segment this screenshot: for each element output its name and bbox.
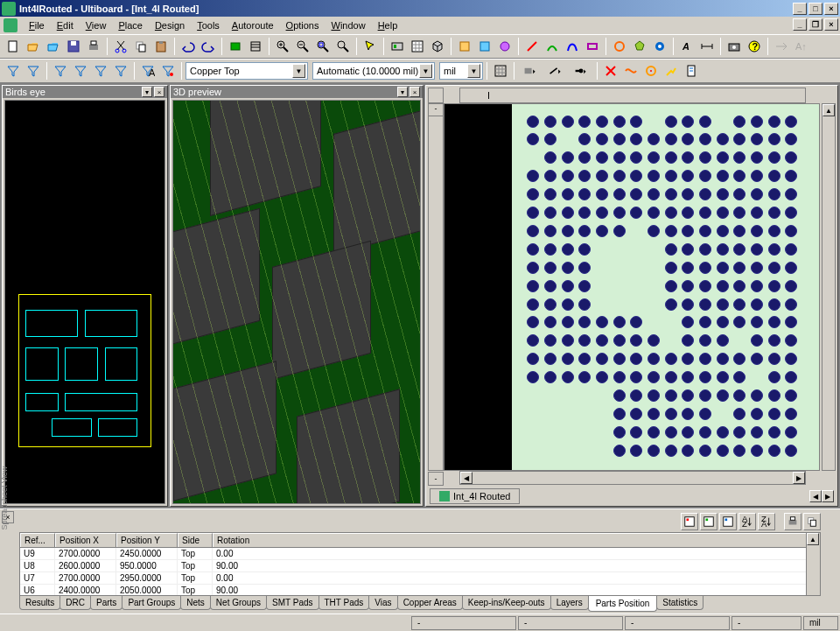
filter-5-button[interactable] — [91, 61, 110, 81]
save-button[interactable] — [64, 37, 83, 56]
style-line-button[interactable] — [543, 61, 568, 81]
table-row[interactable]: U92700.00002450.0000Top0.00 — [20, 548, 820, 560]
spreadsheet-tab[interactable]: Keep-ins/Keep-outs — [462, 596, 551, 610]
filter-2-button[interactable] — [24, 61, 43, 81]
density-button[interactable] — [641, 61, 661, 81]
spreadsheet-tab[interactable]: Nets — [180, 596, 211, 610]
rect-button[interactable] — [583, 37, 602, 56]
open-button[interactable] — [24, 37, 43, 56]
bezier-button[interactable] — [563, 37, 582, 56]
zoom-out-button[interactable] — [293, 37, 312, 56]
ruler-vertical[interactable]: - — [428, 103, 444, 471]
print-button[interactable] — [84, 37, 103, 56]
open-sample-button[interactable] — [44, 37, 63, 56]
copy-button[interactable] — [131, 37, 150, 56]
col-ref[interactable]: Ref... — [20, 533, 55, 547]
sort-desc-button[interactable]: ZA — [758, 513, 775, 530]
spreadsheet-tab[interactable]: Part Groups — [122, 596, 181, 610]
xfer-button[interactable] — [772, 37, 791, 56]
mdi-restore-button[interactable]: ❐ — [808, 18, 822, 31]
tool-c-button[interactable] — [495, 37, 514, 56]
circle-button[interactable] — [610, 37, 629, 56]
spreadsheet-tab[interactable]: SMT Pads — [266, 596, 319, 610]
spreadsheet-tab[interactable]: Layers — [550, 596, 589, 610]
filter-8-button[interactable] — [158, 61, 178, 81]
filter-1-button[interactable] — [4, 61, 23, 81]
style-end-button[interactable] — [569, 61, 593, 81]
menu-autoroute[interactable]: Autoroute — [226, 18, 280, 32]
style-fill-button[interactable] — [518, 61, 542, 81]
grid-toggle-button[interactable] — [491, 61, 510, 81]
spreadsheet-tab[interactable]: DRC — [60, 596, 91, 610]
sheet-btn-3[interactable] — [719, 513, 737, 530]
scroll-left-button[interactable]: ◀ — [460, 472, 472, 484]
maximize-button[interactable]: □ — [808, 3, 822, 15]
filter-7-button[interactable]: A — [138, 61, 158, 81]
tab-prev-button[interactable]: ◀ — [809, 490, 822, 502]
cut-button[interactable] — [111, 37, 130, 56]
menu-options[interactable]: Options — [280, 18, 326, 32]
select-button[interactable] — [360, 37, 380, 56]
design-canvas[interactable] — [444, 103, 820, 471]
arc-button[interactable] — [542, 37, 562, 56]
zoom-fit-button[interactable] — [333, 37, 353, 56]
grid-scroll-up[interactable]: ▲ — [807, 533, 819, 545]
tab-next-button[interactable]: ▶ — [822, 490, 834, 502]
3d-button[interactable] — [428, 37, 447, 56]
database-button[interactable] — [246, 37, 265, 56]
spreadsheet-tab[interactable]: Net Groups — [210, 596, 267, 610]
via-button[interactable] — [650, 37, 669, 56]
scroll-up-button[interactable]: ▲ — [822, 104, 835, 116]
paste-button[interactable] — [151, 37, 171, 56]
undo-button[interactable] — [178, 37, 198, 56]
scrollbar-horizontal[interactable]: ◀ ▶ — [459, 471, 806, 485]
mdi-minimize-button[interactable]: _ — [793, 18, 807, 31]
sheet-copy-button[interactable] — [803, 513, 821, 530]
help-button[interactable]: ? — [745, 37, 764, 56]
spreadsheet-tab[interactable]: Parts Position — [588, 596, 658, 612]
spreadsheet-tab[interactable]: Parts — [90, 596, 122, 610]
text-button[interactable]: A — [677, 37, 696, 56]
table-row[interactable]: U82600.0000950.0000Top90.00 — [20, 560, 820, 572]
birds-eye-canvas[interactable] — [4, 100, 165, 504]
mdi-close-button[interactable]: × — [824, 18, 838, 31]
grid-scrollbar[interactable]: ▲ — [806, 533, 820, 595]
col-rotation[interactable]: Rotation — [213, 533, 820, 547]
table-row[interactable]: U62400.00002050.0000Top90.00 — [20, 585, 820, 596]
place-part-button[interactable] — [226, 37, 245, 56]
spreadsheet-tab[interactable]: Statistics — [656, 596, 704, 610]
ruler-horizontal[interactable] — [459, 88, 806, 103]
spreadsheet-tab[interactable]: Copper Areas — [397, 596, 463, 610]
col-side[interactable]: Side — [178, 533, 213, 547]
filter-4-button[interactable] — [71, 61, 90, 81]
scrollbar-vertical[interactable]: ▲ — [822, 103, 836, 471]
menu-place[interactable]: Place — [112, 18, 149, 32]
tool-a-button[interactable] — [455, 37, 474, 56]
sheet-btn-1[interactable] — [681, 513, 698, 530]
sheet-print-button[interactable] — [784, 513, 802, 530]
unit-combo[interactable]: mil ▼ — [439, 62, 483, 80]
panel-pin-button[interactable]: ▾ — [142, 87, 152, 97]
zoom-in-button[interactable] — [273, 37, 292, 56]
line-button[interactable] — [522, 37, 542, 56]
table-row[interactable]: U72700.00002950.0000Top0.00 — [20, 572, 820, 585]
filter-6-button[interactable] — [111, 61, 130, 81]
drc-button[interactable] — [601, 61, 620, 81]
layer-combo[interactable]: Copper Top ▼ — [186, 62, 308, 80]
menu-edit[interactable]: Edit — [51, 18, 80, 32]
spreadsheet-tab[interactable]: Results — [19, 596, 60, 610]
parts-grid[interactable]: Ref... Position X Position Y Side Rotati… — [19, 532, 821, 596]
net-check-button[interactable] — [621, 61, 640, 81]
menu-view[interactable]: View — [80, 18, 113, 32]
panel-close-button[interactable]: × — [410, 87, 420, 97]
ruler-minus-button[interactable]: - — [429, 104, 443, 116]
spreadsheet-tab[interactable]: THT Pads — [318, 596, 370, 610]
spreadsheet-button[interactable] — [408, 37, 427, 56]
menu-window[interactable]: Window — [325, 18, 371, 32]
close-button[interactable]: × — [824, 3, 838, 15]
menu-tools[interactable]: Tools — [191, 18, 226, 32]
col-position-y[interactable]: Position Y — [116, 533, 178, 547]
sort-asc-button[interactable]: AZ — [738, 513, 756, 530]
mdi-app-icon[interactable] — [4, 18, 18, 32]
document-tab[interactable]: Int_4l Routed — [430, 488, 520, 504]
